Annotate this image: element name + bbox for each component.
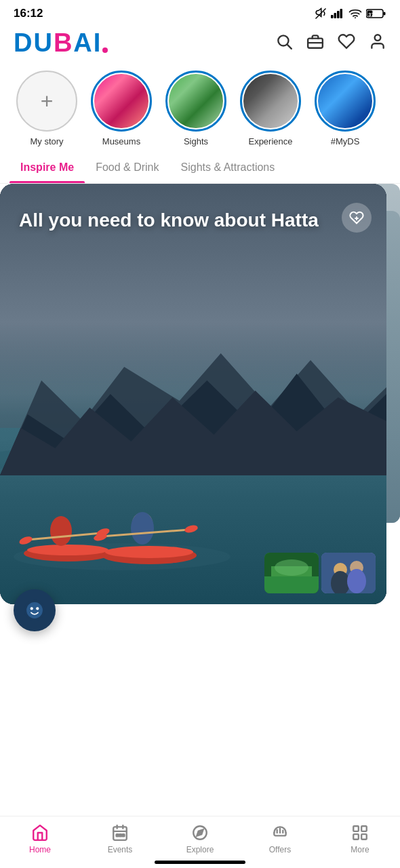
svg-rect-53	[119, 834, 121, 836]
svg-point-24	[18, 535, 33, 546]
story-label-mydubai: #MyDS	[331, 136, 360, 146]
briefcase-icon[interactable]	[306, 33, 324, 53]
story-circle-mydubai[interactable]	[315, 71, 376, 132]
card-thumb-people	[321, 553, 376, 593]
story-circle-experience[interactable]	[240, 71, 301, 132]
story-item-sights[interactable]: Sights	[159, 71, 233, 146]
chat-bubble-button[interactable]	[14, 589, 56, 631]
card-scene: All you need to know about Hatta	[0, 184, 386, 604]
svg-point-5	[355, 17, 356, 18]
svg-rect-7	[384, 12, 386, 16]
mountain-illustration	[0, 326, 386, 475]
svg-point-27	[105, 546, 193, 558]
tab-food-drink[interactable]: Food & Drink	[85, 153, 169, 183]
svg-rect-59	[353, 834, 359, 840]
signal-icon	[331, 9, 344, 18]
logo-b: B	[54, 28, 73, 57]
story-item-my-story[interactable]: + My story	[9, 71, 84, 146]
plus-icon: +	[41, 90, 54, 112]
svg-rect-36	[264, 576, 319, 593]
nav-label-events: Events	[108, 845, 133, 854]
svg-rect-1	[331, 15, 334, 18]
svg-point-14	[375, 35, 381, 41]
story-label-experience: Experience	[248, 136, 292, 146]
nav-item-explore[interactable]: Explore	[180, 823, 220, 854]
search-icon[interactable]	[275, 33, 293, 53]
battery-icon: 37	[366, 8, 386, 19]
events-icon	[111, 824, 129, 842]
svg-text:37: 37	[368, 12, 374, 18]
logo-dot	[102, 47, 108, 53]
card-text: All you need to know about Hatta	[19, 208, 339, 232]
story-label-museums: Museums	[102, 136, 140, 146]
heart-icon[interactable]	[338, 33, 355, 53]
category-tabs: Inspire Me Food & Drink Sights & Attract…	[0, 153, 400, 184]
header: DUBAI	[0, 24, 400, 64]
story-circle-add[interactable]: +	[16, 71, 77, 132]
dubai-logo: DUBAI	[14, 30, 108, 56]
mute-icon	[315, 7, 327, 20]
svg-point-47	[36, 607, 39, 610]
card-heart-button[interactable]	[342, 203, 372, 233]
nav-item-more[interactable]: More	[340, 823, 380, 854]
status-icons: 37	[315, 7, 386, 20]
story-label-my-story: My story	[30, 136, 63, 146]
nav-label-home: Home	[29, 845, 51, 854]
kayak-scene	[7, 455, 237, 577]
card-title: All you need to know about Hatta	[19, 208, 339, 232]
svg-rect-54	[122, 834, 124, 836]
nav-item-events[interactable]: Events	[100, 823, 140, 854]
nav-label-offers: Offers	[269, 845, 291, 854]
logo-i: I	[94, 28, 102, 57]
tab-sights-attractions[interactable]: Sights & Attractions	[170, 153, 286, 183]
svg-marker-56	[197, 829, 203, 835]
offers-icon	[271, 824, 289, 842]
logo-d: D	[14, 28, 33, 57]
user-icon[interactable]	[369, 33, 386, 53]
svg-point-29	[131, 512, 154, 545]
svg-rect-58	[361, 826, 367, 831]
nav-label-explore: Explore	[186, 845, 214, 854]
wifi-icon	[348, 9, 362, 18]
svg-rect-3	[337, 11, 340, 18]
stories-row: + My story Museums Sights Experience #My…	[0, 64, 400, 153]
tab-inspire-me[interactable]: Inspire Me	[9, 153, 85, 183]
nav-item-home[interactable]: Home	[20, 823, 60, 854]
story-item-mydubai[interactable]: #MyDS	[308, 71, 382, 146]
svg-point-45	[26, 602, 43, 618]
svg-line-11	[287, 45, 292, 49]
nav-item-offers[interactable]: Offers	[260, 823, 300, 854]
svg-rect-57	[353, 826, 359, 831]
svg-point-46	[31, 607, 33, 610]
svg-point-32	[184, 524, 199, 534]
main-card[interactable]: All you need to know about Hatta	[0, 184, 386, 604]
svg-rect-2	[334, 13, 337, 18]
story-circle-sights[interactable]	[165, 71, 226, 132]
svg-rect-52	[117, 834, 119, 836]
svg-point-43	[347, 569, 366, 593]
story-item-museums[interactable]: Museums	[84, 71, 159, 146]
svg-point-22	[50, 516, 72, 546]
cards-area: All you need to know about Hatta	[0, 184, 400, 645]
home-indicator	[155, 861, 245, 864]
card-thumbs	[264, 553, 376, 593]
logo-u: U	[33, 28, 53, 57]
story-label-sights: Sights	[184, 136, 208, 146]
svg-point-20	[27, 545, 108, 555]
story-circle-museums[interactable]	[91, 71, 152, 132]
card-thumb-green	[264, 553, 319, 593]
header-icons	[275, 33, 386, 53]
more-icon	[351, 824, 369, 842]
story-item-experience[interactable]: Experience	[233, 71, 308, 146]
status-time: 16:12	[14, 7, 43, 20]
nav-label-more: More	[351, 845, 369, 854]
svg-rect-60	[361, 834, 367, 840]
logo-a: A	[73, 28, 93, 57]
svg-rect-4	[340, 9, 343, 18]
svg-point-38	[275, 559, 308, 576]
status-bar: 16:12 37	[0, 0, 400, 24]
explore-icon	[191, 824, 209, 842]
home-icon	[31, 824, 49, 842]
